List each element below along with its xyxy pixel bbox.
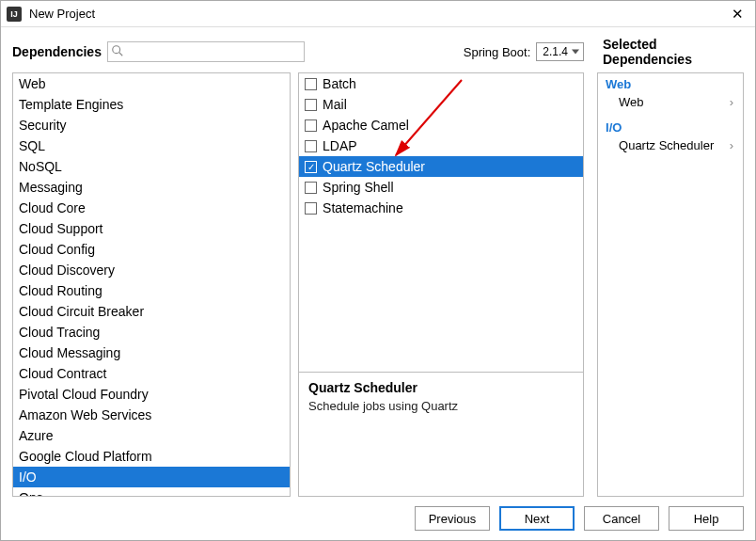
checkbox-icon[interactable] [305,161,317,173]
category-item[interactable]: Security [13,115,290,135]
category-item[interactable]: Cloud Tracing [13,322,290,342]
checkbox-icon[interactable] [305,119,317,132]
category-item[interactable]: Web [13,73,290,94]
detail-title: Quartz Scheduler [308,380,574,395]
selected-group: WebWeb› [598,73,743,117]
footer-buttons: Previous Next Cancel Help [1,497,755,540]
selected-entry-label: Web [619,95,644,109]
option-label: LDAP [323,138,357,153]
category-item[interactable]: Template Engines [13,94,290,115]
category-item[interactable]: Cloud Config [13,239,290,260]
content-area: Dependencies Spring Boot: 2.1.4 Selected… [1,27,755,497]
selected-dependencies-list[interactable]: WebWeb›I/OQuartz Scheduler› [598,73,743,496]
detail-description: Schedule jobs using Quartz [308,399,574,413]
option-item[interactable]: Batch [299,73,583,94]
category-item[interactable]: NoSQL [13,156,290,177]
category-item[interactable]: Google Cloud Platform [13,446,290,467]
chevron-right-icon: › [730,138,733,152]
selected-group-title: I/O [606,120,735,135]
search-input[interactable] [107,41,305,62]
option-item[interactable]: Mail [299,94,583,115]
svg-line-1 [119,53,123,56]
selected-group-title: Web [606,77,735,91]
window-title: New Project [29,7,726,21]
option-item[interactable]: Quartz Scheduler [299,156,583,177]
selected-entry-label: Quartz Scheduler [619,138,714,152]
chevron-right-icon: › [730,95,733,109]
option-label: Statemachine [323,200,403,215]
checkbox-icon[interactable] [305,140,317,152]
dependencies-label: Dependencies [12,44,102,59]
option-label: Mail [323,97,347,112]
header-row: Dependencies Spring Boot: 2.1.4 Selected… [12,37,744,67]
checkbox-icon[interactable] [305,202,317,215]
selected-group: I/OQuartz Scheduler› [598,117,743,160]
category-item[interactable]: Cloud Circuit Breaker [13,301,290,322]
selected-entry[interactable]: Quartz Scheduler› [606,136,735,154]
columns: WebTemplate EnginesSecuritySQLNoSQLMessa… [12,72,744,497]
new-project-window: IJ New Project ✕ Dependencies Spring Boo… [0,0,756,541]
option-item[interactable]: Spring Shell [299,177,583,198]
category-item[interactable]: Cloud Messaging [13,342,290,363]
category-item[interactable]: Ops [13,487,290,496]
checkbox-icon[interactable] [305,182,317,194]
previous-button[interactable]: Previous [415,506,490,531]
category-item[interactable]: Messaging [13,177,290,198]
category-item[interactable]: Azure [13,425,290,446]
category-item[interactable]: SQL [13,135,290,156]
selected-entry[interactable]: Web› [606,93,735,111]
checkbox-icon[interactable] [305,78,317,90]
detail-panel: Quartz Scheduler Schedule jobs using Qua… [299,372,583,496]
option-item[interactable]: LDAP [299,135,583,156]
category-item[interactable]: Amazon Web Services [13,405,290,425]
spring-boot-select[interactable]: 2.1.4 [536,42,584,61]
category-item[interactable]: Cloud Core [13,198,290,218]
options-list[interactable]: BatchMailApache CamelLDAPQuartz Schedule… [299,73,583,372]
cancel-button[interactable]: Cancel [584,506,659,531]
option-label: Spring Shell [323,180,394,195]
option-label: Apache Camel [323,118,409,133]
option-item[interactable]: Apache Camel [299,115,583,135]
category-item[interactable]: Cloud Routing [13,280,290,301]
titlebar: IJ New Project ✕ [1,1,755,27]
selected-dependencies-panel: WebWeb›I/OQuartz Scheduler› [597,72,744,497]
help-button[interactable]: Help [669,506,744,531]
close-icon[interactable]: ✕ [726,6,749,23]
option-label: Batch [323,76,356,91]
option-item[interactable]: Statemachine [299,198,583,218]
category-item[interactable]: Pivotal Cloud Foundry [13,384,290,405]
svg-point-0 [113,46,120,54]
category-item[interactable]: Cloud Contract [13,363,290,384]
app-icon: IJ [7,7,22,22]
category-list[interactable]: WebTemplate EnginesSecuritySQLNoSQLMessa… [13,73,290,496]
category-item[interactable]: Cloud Support [13,218,290,239]
spring-boot-label: Spring Boot: [464,45,531,59]
selected-dependencies-label: Selected Dependencies [603,37,744,67]
options-panel: BatchMailApache CamelLDAPQuartz Schedule… [298,72,584,497]
next-button[interactable]: Next [499,506,575,531]
category-item[interactable]: Cloud Discovery [13,260,290,280]
category-item[interactable]: I/O [13,467,290,487]
checkbox-icon[interactable] [305,99,317,111]
category-list-panel: WebTemplate EnginesSecuritySQLNoSQLMessa… [12,72,291,497]
option-label: Quartz Scheduler [323,159,425,174]
search-icon [111,44,124,60]
